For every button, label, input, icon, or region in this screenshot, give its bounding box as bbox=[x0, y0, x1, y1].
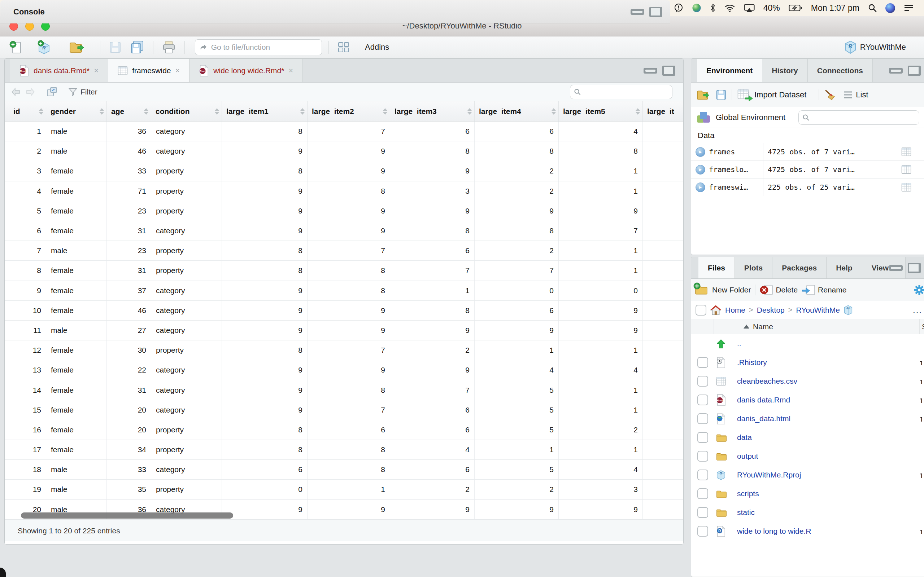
close-icon[interactable]: × bbox=[175, 66, 180, 76]
file-row[interactable]: .Rhistory1 bbox=[691, 353, 924, 372]
sort-arrows-icon[interactable] bbox=[383, 108, 387, 115]
sort-arrows-icon[interactable] bbox=[100, 108, 104, 115]
file-row[interactable]: danis_data.html1 bbox=[691, 409, 924, 428]
grid-search-box[interactable] bbox=[570, 85, 672, 99]
environment-object-row[interactable]: ▶frameswi…225 obs. of 25 vari… bbox=[691, 179, 924, 196]
goto-file-input[interactable] bbox=[211, 43, 317, 52]
gear-icon[interactable] bbox=[914, 284, 924, 296]
airplay-icon[interactable] bbox=[744, 4, 755, 12]
project-menu-button[interactable]: R RYouWithMe bbox=[844, 40, 917, 54]
file-checkbox[interactable] bbox=[697, 432, 708, 443]
new-project-button[interactable]: R bbox=[35, 39, 53, 56]
import-dataset-button[interactable]: Import Dataset bbox=[737, 89, 814, 101]
forward-icon[interactable] bbox=[26, 87, 36, 97]
select-all-checkbox[interactable] bbox=[696, 305, 706, 316]
save-all-button[interactable] bbox=[128, 39, 147, 56]
sort-arrows-icon[interactable] bbox=[636, 108, 640, 115]
file-row[interactable]: Rwide to long to wide.R1 bbox=[691, 522, 924, 541]
sort-arrows-icon[interactable] bbox=[215, 108, 219, 115]
column-header-large_item5[interactable]: large_item5 bbox=[559, 102, 643, 121]
tab-frameswide[interactable]: frameswide× bbox=[108, 59, 189, 82]
battery-icon[interactable] bbox=[789, 4, 802, 11]
expand-icon[interactable]: ▶ bbox=[696, 165, 705, 174]
file-link[interactable]: scripts bbox=[737, 489, 919, 498]
file-link[interactable]: output bbox=[737, 452, 919, 461]
scope-label[interactable]: Global Environment bbox=[716, 113, 785, 122]
file-link[interactable]: .. bbox=[737, 339, 919, 348]
notification-center-icon[interactable] bbox=[904, 4, 914, 12]
file-checkbox[interactable] bbox=[697, 488, 708, 499]
bluetooth-icon[interactable] bbox=[710, 3, 716, 13]
breadcrumb-ryouwithme[interactable]: RYouWithMe bbox=[796, 306, 840, 314]
column-header-large_item3[interactable]: large_item3 bbox=[390, 102, 475, 121]
breadcrumb-home[interactable]: Home bbox=[725, 306, 745, 314]
sort-by-name-header[interactable]: Name bbox=[737, 322, 919, 331]
file-row[interactable]: static bbox=[691, 503, 924, 522]
maximize-pane-icon[interactable] bbox=[662, 66, 675, 76]
maximize-pane-icon[interactable] bbox=[908, 66, 921, 76]
file-checkbox[interactable] bbox=[697, 376, 708, 387]
column-header-large_item2[interactable]: large_item2 bbox=[307, 102, 390, 121]
minimize-pane-icon[interactable] bbox=[643, 68, 657, 74]
sort-arrows-icon[interactable] bbox=[144, 108, 149, 115]
pane-layout-button[interactable] bbox=[335, 40, 359, 55]
file-link[interactable]: danis data.Rmd bbox=[737, 396, 919, 404]
siri-icon[interactable] bbox=[885, 3, 895, 13]
new-file-button[interactable] bbox=[7, 39, 30, 56]
column-header-large_item4[interactable]: large_item4 bbox=[475, 102, 559, 121]
minimize-pane-icon[interactable] bbox=[889, 68, 903, 74]
tab-help[interactable]: Help bbox=[827, 257, 862, 279]
file-row[interactable]: data bbox=[691, 428, 924, 447]
column-header-large_it[interactable]: large_it bbox=[643, 102, 683, 121]
console-header[interactable]: Console bbox=[0, 0, 670, 23]
save-workspace-icon[interactable] bbox=[716, 89, 727, 100]
filter-button[interactable]: Filter bbox=[68, 87, 97, 97]
file-row[interactable]: Rmddanis data.Rmd1 bbox=[691, 390, 924, 409]
file-row[interactable]: .. bbox=[691, 334, 924, 353]
sort-arrows-icon[interactable] bbox=[39, 108, 43, 115]
minimize-pane-icon[interactable] bbox=[630, 9, 644, 15]
tab-environment[interactable]: Environment bbox=[697, 59, 762, 82]
tab-danis-data-rmd-[interactable]: Rmddanis data.Rmd*× bbox=[10, 59, 108, 82]
file-link[interactable]: static bbox=[737, 508, 919, 517]
tab-wide-long-wide-rmd-[interactable]: Rmdwide long wide.Rmd*× bbox=[189, 59, 303, 82]
sort-arrows-icon[interactable] bbox=[467, 108, 472, 115]
goto-file-box[interactable] bbox=[195, 39, 322, 55]
globe-icon[interactable] bbox=[692, 3, 701, 13]
column-header-age[interactable]: age bbox=[107, 102, 151, 121]
minimize-pane-icon[interactable] bbox=[889, 265, 903, 271]
file-row[interactable]: RRYouWithMe.Rproj1 bbox=[691, 466, 924, 484]
close-icon[interactable]: × bbox=[94, 66, 99, 76]
open-in-new-window-icon[interactable] bbox=[46, 87, 58, 97]
file-checkbox[interactable] bbox=[697, 451, 708, 462]
sort-arrows-icon[interactable] bbox=[300, 108, 305, 115]
column-header-large_item1[interactable]: large_item1 bbox=[222, 102, 307, 121]
tab-files[interactable]: Files bbox=[698, 257, 735, 279]
breadcrumb-desktop[interactable]: Desktop bbox=[757, 306, 785, 314]
clear-broom-icon[interactable] bbox=[824, 89, 836, 101]
size-column-header[interactable]: S bbox=[919, 319, 924, 334]
file-link[interactable]: RYouWithMe.Rproj bbox=[737, 471, 919, 479]
maximize-pane-icon[interactable] bbox=[908, 263, 921, 273]
list-view-button[interactable]: List bbox=[843, 90, 875, 100]
file-row[interactable]: cleanbeaches.csv1 bbox=[691, 372, 924, 390]
horizontal-scrollbar[interactable] bbox=[21, 513, 233, 519]
alert-icon[interactable] bbox=[674, 3, 683, 13]
sort-arrows-icon[interactable] bbox=[551, 108, 556, 115]
save-button[interactable] bbox=[107, 40, 123, 55]
environment-object-row[interactable]: ▶frameslo…4725 obs. of 7 vari… bbox=[691, 161, 924, 179]
file-link[interactable]: danis_data.html bbox=[737, 414, 919, 423]
tab-connections[interactable]: Connections bbox=[808, 59, 873, 82]
delete-file-button[interactable]: Delete bbox=[760, 285, 798, 295]
tab-history[interactable]: History bbox=[762, 59, 808, 82]
wifi-icon[interactable] bbox=[724, 4, 735, 12]
new-folder-button[interactable]: New Folder bbox=[695, 284, 751, 296]
close-icon[interactable]: × bbox=[288, 66, 293, 76]
view-table-icon[interactable] bbox=[901, 165, 924, 174]
file-row[interactable]: scripts bbox=[691, 484, 924, 503]
column-header-condition[interactable]: condition bbox=[151, 102, 222, 121]
file-link[interactable]: data bbox=[737, 433, 919, 442]
column-header-id[interactable]: id bbox=[5, 102, 46, 121]
file-checkbox[interactable] bbox=[697, 413, 708, 424]
file-checkbox[interactable] bbox=[697, 395, 708, 405]
